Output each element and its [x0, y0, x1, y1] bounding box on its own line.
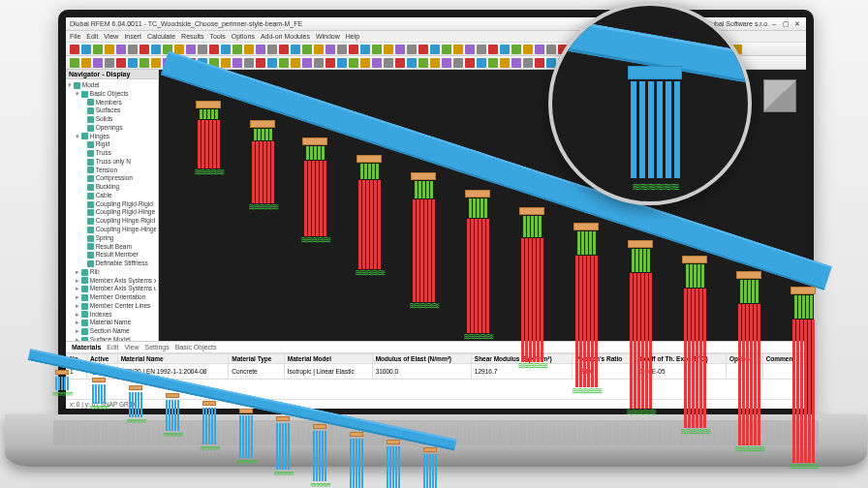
bottom-tab-basic-objects[interactable]: Basic Objects	[175, 344, 217, 351]
tree-item[interactable]: Truss	[68, 149, 156, 158]
tree-item[interactable]: Definable Stiffness	[68, 259, 156, 268]
menu-calculate[interactable]: Calculate	[147, 33, 175, 40]
toolbar-icon[interactable]	[314, 58, 324, 68]
table-body[interactable]: 1C25/30 | EN 1992-1-1:2004-08ConcreteIso…	[67, 364, 806, 380]
col-header[interactable]: Material Type	[229, 354, 285, 364]
toolbar-icon[interactable]	[430, 58, 440, 68]
toolbar-icon[interactable]	[291, 45, 300, 54]
toolbar-icon[interactable]	[291, 58, 300, 68]
tree-item[interactable]: ▾ Model	[68, 81, 156, 90]
tree-item[interactable]: ▸ Rib	[68, 268, 156, 277]
tree-item[interactable]: Surfaces	[68, 107, 156, 115]
tree-item[interactable]: Result Member	[68, 251, 156, 259]
toolbar-icon[interactable]	[418, 58, 428, 68]
tree-item[interactable]: Solids	[68, 115, 156, 124]
col-header[interactable]: Poisson's Ratio	[572, 354, 636, 364]
col-header[interactable]: Modulus of Elast (N/mm²)	[372, 354, 471, 364]
toolbar-icon[interactable]	[209, 58, 219, 68]
toolbar-icon[interactable]	[116, 45, 126, 54]
tree-item[interactable]: Coupling Rigid-Rigid	[68, 200, 156, 209]
toolbar-icon[interactable]	[267, 45, 277, 54]
materials-table[interactable]: No.ActiveMaterial NameMaterial TypeMater…	[66, 353, 806, 380]
toolbar-icon[interactable]	[151, 58, 161, 68]
col-header[interactable]: Coeff of Th. Exp. (1/°C)	[636, 354, 727, 364]
toolbar-icon[interactable]	[407, 58, 417, 68]
toolbar-icon[interactable]	[512, 58, 521, 68]
toolbar-icon[interactable]	[418, 45, 428, 54]
tree-item[interactable]: Compression	[68, 174, 156, 183]
menu-add-on-modules[interactable]: Add-on Modules	[261, 33, 310, 40]
tree-item[interactable]: ▸ Indexes	[68, 311, 156, 320]
toolbar-icon[interactable]	[256, 45, 265, 54]
cell-alpha[interactable]: 1.00E-05	[636, 364, 727, 380]
toolbar-icon[interactable]	[535, 45, 544, 54]
toolbar-icon[interactable]	[477, 58, 486, 68]
tree-item[interactable]: Rigid	[68, 140, 156, 149]
cell-comment[interactable]	[762, 364, 805, 380]
bottom-tab-settings[interactable]: Settings	[144, 344, 169, 351]
toolbar-icon[interactable]	[93, 58, 103, 68]
toolbar-icon[interactable]	[407, 45, 417, 54]
toolbar-icon[interactable]	[105, 58, 114, 68]
toolbar-icon[interactable]	[163, 58, 172, 68]
toolbar-icon[interactable]	[186, 58, 196, 68]
toolbar-icon[interactable]	[477, 45, 486, 54]
toolbar-icon[interactable]	[232, 45, 242, 54]
tree-item[interactable]: ▾ Hinges	[68, 133, 156, 141]
toolbar-icon[interactable]	[314, 45, 324, 54]
bottom-tab-view[interactable]: View	[124, 344, 139, 351]
toolbar-icon[interactable]	[267, 58, 277, 68]
cell-G[interactable]: 12916.7	[471, 364, 572, 380]
toolbar-icon[interactable]	[198, 45, 207, 54]
toolbar-icon[interactable]	[105, 45, 114, 54]
col-header[interactable]: Options	[726, 354, 762, 364]
menu-options[interactable]: Options	[232, 33, 255, 40]
close-button[interactable]: ✕	[792, 20, 802, 28]
toolbar-icon[interactable]	[337, 45, 347, 54]
toolbar-icon[interactable]	[453, 58, 463, 68]
tree-item[interactable]: Coupling Rigid-Hinge	[68, 208, 156, 217]
toolbar-icon[interactable]	[279, 58, 289, 68]
tree-item[interactable]: Truss only N	[68, 158, 156, 167]
bottom-tab-materials[interactable]: Materials	[72, 344, 101, 351]
toolbar-icon[interactable]	[128, 45, 138, 54]
menu-tools[interactable]: Tools	[209, 33, 225, 40]
menu-results[interactable]: Results	[181, 33, 203, 40]
toolbar-icon[interactable]	[488, 45, 498, 54]
toolbar-icon[interactable]	[430, 45, 440, 54]
tree-item[interactable]: ▸ Material Name	[68, 319, 156, 327]
viewcube[interactable]	[763, 79, 796, 112]
toolbar-icon[interactable]	[349, 45, 358, 54]
toolbar-icon[interactable]	[93, 45, 103, 54]
tree-item[interactable]: ▸ Surface Model	[68, 336, 156, 341]
toolbar-icon[interactable]	[244, 58, 254, 68]
tree-item[interactable]: Coupling Hinge-Rigid	[68, 217, 156, 226]
toolbar-icon[interactable]	[546, 45, 556, 54]
col-header[interactable]: Shear Modulus G (N/mm²)	[471, 354, 572, 364]
toolbar-icon[interactable]	[302, 45, 312, 54]
toolbar-icon[interactable]	[151, 45, 161, 54]
tree-item[interactable]: Result Beam	[68, 243, 156, 252]
toolbar-icon[interactable]	[384, 45, 393, 54]
toolbar-icon[interactable]	[140, 45, 149, 54]
toolbar-icon[interactable]	[395, 45, 405, 54]
toolbar-icon[interactable]	[221, 45, 231, 54]
cell-active[interactable]	[86, 364, 117, 380]
toolbar-icon[interactable]	[453, 45, 463, 54]
toolbar-icon[interactable]	[140, 58, 149, 68]
tree-item[interactable]: Buckling	[68, 183, 156, 192]
toolbar-icon[interactable]	[535, 58, 544, 68]
toolbar-icon[interactable]	[465, 45, 475, 54]
toolbar-icon[interactable]	[163, 45, 172, 54]
toolbar-icon[interactable]	[302, 58, 312, 68]
toolbar-icon[interactable]	[128, 58, 138, 68]
cell-type[interactable]: Concrete	[229, 364, 285, 380]
col-header[interactable]: No.	[67, 354, 87, 364]
toolbar-icon[interactable]	[465, 58, 475, 68]
toolbar-icon[interactable]	[500, 58, 510, 68]
toolbar-icon[interactable]	[221, 58, 231, 68]
tree-item[interactable]: Coupling Hinge-Hinge	[68, 226, 156, 234]
toolbar-icon[interactable]	[232, 58, 242, 68]
bottom-tab-edit[interactable]: Edit	[107, 344, 118, 351]
col-header[interactable]: Comment	[762, 354, 805, 364]
